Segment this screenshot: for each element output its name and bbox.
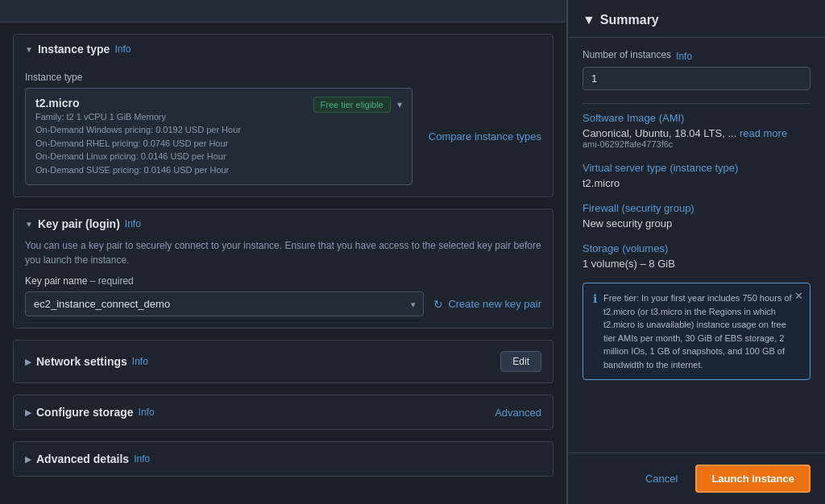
firewall-value: New security group (582, 217, 810, 229)
advanced-details-triangle: ▶ (25, 455, 31, 464)
firewall-label: Firewall (security group) (582, 202, 810, 214)
network-settings-header-right: Edit (500, 351, 541, 372)
network-settings-info-link[interactable]: Info (132, 356, 148, 367)
pricing-line1: On-Demand Windows pricing: 0.0192 USD pe… (35, 123, 313, 137)
configure-storage-header-right: Advanced (495, 407, 541, 419)
instance-type-triangle: ▼ (25, 45, 33, 54)
instance-type-right: Free tier eligible ▾ (313, 97, 402, 113)
number-instances-info-link[interactable]: Info (676, 51, 692, 62)
software-image-value: Canonical, Ubuntu, 18.04 LTS, ... read m… (582, 127, 810, 139)
create-key-pair-button[interactable]: ↻ Create new key pair (433, 298, 541, 311)
pricing-line4: On-Demand SUSE pricing: 0.0146 USD per H… (35, 163, 313, 177)
pricing-line3: On-Demand Linux pricing: 0.0146 USD per … (35, 150, 313, 163)
summary-header: ▼ Summary (568, 0, 825, 38)
software-image-text: Canonical, Ubuntu, 18.04 LTS, ... (582, 127, 736, 139)
network-settings-section: ▶ Network settings Info Edit (13, 340, 553, 383)
advanced-details-header-left: ▶ Advanced details Info (25, 452, 150, 465)
key-pair-select-wrapper: ec2_instance_connect_demo ▾ (25, 291, 424, 316)
network-settings-edit-button[interactable]: Edit (500, 351, 541, 372)
key-pair-body: You can use a key pair to securely conne… (14, 238, 553, 328)
configure-storage-section: ▶ Configure storage Info Advanced (13, 395, 553, 430)
network-settings-triangle: ▶ (25, 357, 31, 366)
instance-type-header[interactable]: ▼ Instance type Info (14, 35, 553, 64)
network-settings-header[interactable]: ▶ Network settings Info Edit (14, 341, 553, 382)
summary-triangle: ▼ (582, 13, 595, 27)
main-layout: ▼ Instance type Info Instance type t2.mi… (0, 0, 825, 504)
number-of-instances-field: Number of instances Info (582, 49, 810, 90)
instance-type-section: ▼ Instance type Info Instance type t2.mi… (13, 34, 553, 197)
configure-storage-header[interactable]: ▶ Configure storage Info Advanced (14, 395, 553, 429)
instance-type-info-link[interactable]: Info (114, 43, 131, 55)
free-tier-close-button[interactable]: ✕ (794, 290, 803, 302)
configure-storage-advanced-link[interactable]: Advanced (495, 407, 541, 419)
summary-body: Number of instances Info Software Image … (568, 38, 825, 452)
left-panel: ▼ Instance type Info Instance type t2.mi… (0, 0, 567, 504)
instance-type-field-label: Instance type (25, 72, 541, 83)
key-pair-section: ▼ Key pair (login) Info You can use a ke… (13, 209, 553, 328)
instance-type-box[interactable]: t2.micro Family: t2 1 vCPU 1 GiB Memory … (25, 88, 412, 185)
summary-footer: Cancel Launch instance (568, 452, 825, 504)
top-bar (0, 0, 566, 23)
storage-value: 1 volume(s) – 8 GiB (582, 258, 810, 270)
virtual-server-field: Virtual server type (instance type) t2.m… (582, 162, 810, 189)
compare-instance-types-link[interactable]: Compare instance types (429, 130, 541, 143)
number-instances-label: Number of instances (582, 49, 671, 60)
storage-label: Storage (volumes) (582, 242, 810, 254)
advanced-details-section: ▶ Advanced details Info (13, 441, 553, 477)
configure-storage-info-link[interactable]: Info (139, 407, 155, 418)
key-pair-title: Key pair (login) (38, 217, 120, 230)
key-pair-info-link[interactable]: Info (125, 218, 141, 229)
key-pair-row: ec2_instance_connect_demo ▾ ↻ Create new… (25, 291, 541, 316)
configure-storage-title: Configure storage (36, 406, 134, 419)
key-pair-description: You can use a key pair to securely conne… (25, 238, 541, 267)
launch-instance-button[interactable]: Launch instance (695, 465, 810, 493)
network-settings-header-left: ▶ Network settings Info (25, 355, 148, 368)
advanced-details-title: Advanced details (36, 452, 129, 465)
instance-type-family: Family: t2 1 vCPU 1 GiB Memory (35, 112, 313, 122)
firewall-field: Firewall (security group) New security g… (582, 202, 810, 229)
instance-type-title: Instance type (38, 43, 110, 56)
chevron-down-icon: ▾ (397, 99, 402, 110)
free-tier-badge: Free tier eligible (313, 97, 391, 113)
software-image-label: Software Image (AMI) (582, 112, 810, 124)
network-settings-title: Network settings (36, 355, 127, 368)
configure-storage-triangle: ▶ (25, 408, 31, 417)
software-image-read-more[interactable]: read more (740, 127, 787, 139)
storage-field: Storage (volumes) 1 volume(s) – 8 GiB (582, 242, 810, 270)
summary-panel: ▼ Summary Number of instances Info Softw… (567, 0, 825, 504)
virtual-server-value: t2.micro (582, 177, 810, 189)
key-pair-required-label: Key pair name – required (25, 275, 541, 287)
key-pair-header[interactable]: ▼ Key pair (login) Info (14, 209, 553, 238)
configure-storage-header-left: ▶ Configure storage Info (25, 406, 155, 419)
instance-type-pricing: On-Demand Windows pricing: 0.0192 USD pe… (35, 123, 313, 176)
key-pair-triangle: ▼ (25, 220, 33, 229)
advanced-details-info-link[interactable]: Info (134, 453, 150, 465)
instance-type-name: t2.micro (35, 97, 313, 109)
summary-title: Summary (600, 13, 659, 27)
number-instances-input[interactable] (582, 67, 810, 90)
free-tier-text: Free tier: In your first year includes 7… (603, 291, 800, 371)
refresh-icon: ↻ (433, 298, 443, 311)
pricing-line2: On-Demand RHEL pricing: 0.0746 USD per H… (35, 137, 313, 151)
free-tier-box: ℹ Free tier: In your first year includes… (582, 283, 810, 380)
advanced-details-header[interactable]: ▶ Advanced details Info (14, 442, 553, 476)
software-image-field: Software Image (AMI) Canonical, Ubuntu, … (582, 112, 810, 149)
instance-type-body: Instance type t2.micro Family: t2 1 vCPU… (14, 72, 553, 196)
instance-type-details: t2.micro Family: t2 1 vCPU 1 GiB Memory … (35, 97, 313, 176)
virtual-server-label: Virtual server type (instance type) (582, 162, 810, 174)
create-key-pair-label: Create new key pair (448, 298, 541, 310)
key-pair-select[interactable]: ec2_instance_connect_demo (25, 291, 424, 316)
cancel-button[interactable]: Cancel (637, 468, 686, 490)
divider-1 (582, 103, 810, 104)
info-circle-icon: ℹ (593, 292, 597, 371)
software-image-ami: ami-06292ffafe4773f6c (582, 139, 810, 149)
